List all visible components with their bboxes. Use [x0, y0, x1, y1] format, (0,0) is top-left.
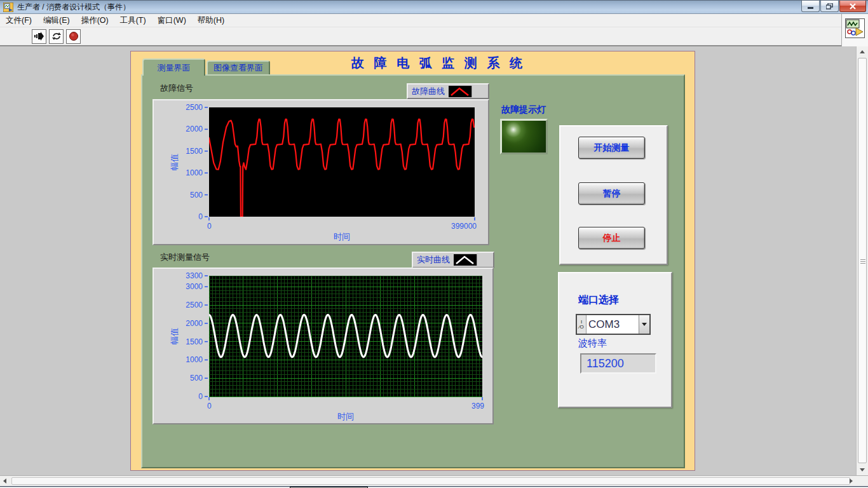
fault-led[interactable] — [500, 119, 548, 154]
horizontal-scroll-thumb[interactable] — [11, 477, 850, 485]
menu-item-5[interactable]: 帮助(H) — [192, 14, 230, 27]
realtime-signal-chart[interactable]: 05001000150020002500300033000399时间幅值 — [153, 268, 494, 424]
menu-bar: 文件(F)编辑(E)操作(O)工具(T)窗口(W)帮助(H) — [0, 14, 868, 27]
svg-text:0: 0 — [207, 222, 212, 231]
restore-button[interactable] — [820, 1, 839, 12]
close-icon — [850, 3, 856, 10]
baud-rate-value: 115200 — [580, 353, 656, 374]
svg-text:3300: 3300 — [186, 271, 203, 280]
vertical-scrollbar[interactable] — [856, 46, 868, 475]
io-glyph-icon: I⁄O — [577, 315, 587, 334]
realtime-legend[interactable]: 实时曲线 — [412, 252, 494, 268]
fault-legend[interactable]: 故障曲线 — [407, 83, 489, 99]
svg-text:0: 0 — [198, 392, 203, 401]
thumb-grip — [860, 259, 865, 260]
svg-text:0: 0 — [198, 212, 203, 221]
baud-rate-label: 波特率 — [578, 337, 607, 349]
title-bar: 生产者 / 消费者设计模式（事件） — [0, 0, 868, 14]
scroll-up-icon[interactable] — [860, 50, 865, 53]
svg-text:2500: 2500 — [186, 301, 203, 309]
labview-window: 生产者 / 消费者设计模式（事件） 文件(F)编辑(E)操作(O)工具(T)窗口… — [0, 0, 868, 488]
svg-text:2500: 2500 — [186, 103, 203, 112]
vi-icon-graphic — [846, 19, 864, 37]
menu-item-3[interactable]: 工具(T) — [114, 14, 152, 27]
svg-text:2000: 2000 — [186, 319, 203, 328]
svg-text:幅值: 幅值 — [170, 328, 179, 344]
page-title: 故 障 电 弧 监 测 系 统 — [318, 55, 559, 72]
fault-legend-swatch — [449, 86, 471, 97]
abort-icon — [69, 31, 79, 41]
minimize-icon — [808, 3, 814, 9]
svg-text:幅值: 幅值 — [170, 154, 179, 170]
combo-dropdown-button[interactable] — [639, 315, 649, 334]
vi-icon[interactable] — [845, 18, 865, 38]
svg-text:399000: 399000 — [451, 222, 477, 231]
port-combo[interactable]: I⁄O COM3 — [576, 314, 651, 335]
svg-text:时间: 时间 — [337, 412, 354, 421]
realtime-legend-swatch — [454, 254, 477, 266]
menu-item-1[interactable]: 编辑(E) — [37, 14, 76, 27]
port-value: COM3 — [587, 315, 639, 334]
scroll-right-icon[interactable] — [850, 478, 853, 484]
window-title: 生产者 / 消费者设计模式（事件） — [17, 2, 130, 13]
realtime-legend-label: 实时曲线 — [417, 254, 450, 266]
svg-text:399: 399 — [471, 402, 484, 410]
realtime-chart-label: 实时测量信号 — [160, 252, 210, 263]
svg-text:1000: 1000 — [186, 168, 203, 177]
restore-icon — [826, 3, 833, 10]
tab-measurement[interactable]: 测量界面 — [142, 58, 205, 76]
chevron-down-icon — [642, 323, 647, 326]
app-icon — [3, 3, 13, 12]
tab-image-view[interactable]: 图像查看界面 — [207, 60, 270, 76]
svg-text:0: 0 — [207, 402, 212, 410]
svg-text:1500: 1500 — [186, 337, 203, 346]
menu-item-4[interactable]: 窗口(W) — [152, 14, 192, 27]
svg-text:500: 500 — [190, 374, 203, 383]
run-continuous-button[interactable] — [49, 29, 64, 44]
run-arrow-icon — [34, 31, 44, 41]
toolbar — [0, 27, 868, 46]
start-measure-button[interactable]: 开始测量 — [578, 137, 645, 159]
svg-text:3000: 3000 — [186, 282, 203, 291]
menu-item-0[interactable]: 文件(F) — [0, 14, 37, 27]
pause-button[interactable]: 暂停 — [578, 182, 645, 205]
close-button[interactable] — [839, 1, 866, 12]
abort-button[interactable] — [66, 29, 81, 44]
fault-legend-label: 故障曲线 — [412, 86, 445, 97]
control-panel: 开始测量 暂停 停止 — [559, 125, 668, 265]
horizontal-scrollbar[interactable] — [0, 475, 868, 486]
svg-text:500: 500 — [190, 191, 203, 200]
run-continuous-icon — [51, 31, 62, 41]
svg-text:2000: 2000 — [186, 125, 203, 133]
fault-chart-label: 故障信号 — [160, 83, 193, 94]
scroll-down-icon[interactable] — [860, 468, 865, 471]
fault-legend-tail — [471, 86, 487, 97]
svg-text:1000: 1000 — [186, 355, 203, 364]
menu-item-2[interactable]: 操作(O) — [76, 14, 114, 27]
svg-text:时间: 时间 — [334, 232, 350, 241]
port-panel — [558, 272, 672, 408]
scroll-left-icon[interactable] — [3, 478, 6, 484]
realtime-legend-tail — [477, 254, 492, 266]
svg-text:1500: 1500 — [186, 147, 203, 156]
stop-button[interactable]: 停止 — [578, 227, 645, 249]
fault-signal-chart[interactable]: 050010001500200025000399000时间幅值 — [153, 99, 489, 245]
run-button[interactable] — [32, 29, 46, 44]
vertical-scroll-thumb[interactable] — [858, 58, 867, 463]
port-select-label: 端口选择 — [578, 294, 619, 307]
fault-led-label: 故障提示灯 — [501, 104, 546, 116]
minimize-button[interactable] — [801, 1, 820, 12]
